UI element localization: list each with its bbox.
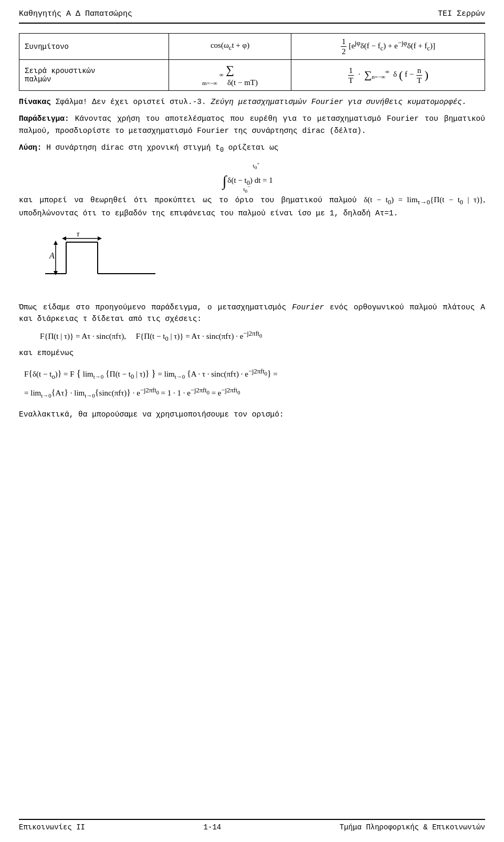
table-caption-bold: Πίνακας [19, 98, 51, 106]
pulse-diagram: τ A [40, 229, 176, 292]
table-formula-pulse-time: ∑ m=−∞ ∞ δ(t − mT) [169, 60, 291, 91]
header: Καθηγητής Α Δ Παπατσώρης ΤΕΙ Σερρών [19, 9, 485, 24]
svg-text:τ: τ [77, 230, 80, 238]
solution-text2-block: και μπορεί να θεωρηθεί ότι προκύπτει ως … [19, 194, 485, 220]
integral-display: t0+ ∫δ(t − t0) dt = 1 t0− [19, 161, 485, 190]
alternative-text-block: Εναλλακτικά, θα μπορούσαμε να χρησιμοποι… [19, 409, 485, 420]
table-label-cosine: Συνημίτονο [19, 34, 169, 60]
header-left: Καθηγητής Α Δ Παπατσώρης [19, 9, 132, 18]
svg-marker-2 [98, 236, 102, 241]
fourier-text-block: Όπως είδαμε στο προηγούμενο παράδειγμα, … [19, 302, 485, 325]
footer-left: Επικοινωνίες ΙΙ [19, 823, 85, 831]
pulse-svg: τ A [40, 229, 176, 297]
example-text: Κάνοντας χρήση του αποτελέσματος που ευρ… [19, 115, 485, 134]
svg-marker-12 [54, 241, 58, 245]
example-title: Παράδειγμα: [19, 115, 69, 123]
and-text: και επομένως [19, 349, 74, 357]
delta-limit-formula: δ(t − t0) = limτ→0{Π(t − t0 | τ)}, [364, 195, 485, 204]
fourier-table: Συνημίτονο cos(ωct + φ) 1 2 [ejφδ(f − fc… [19, 33, 485, 91]
table-formula-cosine-freq: 1 2 [ejφδ(f − fc) + e−jφδ(f + fc)] [291, 34, 485, 60]
example-block: Παράδειγμα: Κάνοντας χρήση του αποτελέσμ… [19, 113, 485, 137]
table-formula-cosine-time: cos(ωct + φ) [169, 34, 291, 60]
table-caption-text: Σφάλμα! Δεν έχει οριστεί στυλ.-3. [56, 98, 206, 106]
formula1: F{Π(t | τ)} = Aτ · sinc(πfτ), F{Π(t − t0… [40, 332, 262, 340]
delta-formula-line2: = limt→0{Aτ} · limt→0{sinc(πfτ)} · e−j2π… [24, 384, 485, 401]
formula-pair: F{Π(t | τ)} = Aτ · sinc(πfτ), F{Π(t − t0… [40, 330, 485, 343]
table-caption: Πίνακας Σφάλμα! Δεν έχει οριστεί στυλ.-3… [19, 96, 485, 108]
delta-formula-block: F{δ(t − to)} = F { limt→0 {Π(t − t0 | τ)… [24, 365, 485, 401]
solution-text1: Η συνάρτηση dirac στη χρονική στιγμή t0 … [46, 143, 278, 152]
table-caption-italic: Ζεύγη μετασχηματισμών Fourier για συνήθε… [211, 98, 466, 106]
table-row-cosine: Συνημίτονο cos(ωct + φ) 1 2 [ejφδ(f − fc… [19, 34, 485, 60]
fourier-text: Όπως είδαμε στο προηγούμενο παράδειγμα, … [19, 303, 485, 323]
table-formula-pulse-freq: 1 T · ∑n=−∞∞ δ ( f − n T ) [291, 60, 485, 91]
table-row-pulse-train: Σειρά κρουστικώνπαλμών ∑ m=−∞ ∞ δ(t − mT… [19, 60, 485, 91]
header-right: ΤΕΙ Σερρών [438, 9, 485, 18]
footer-center: 1-14 [204, 823, 222, 831]
delta-formula-line1: F{δ(t − to)} = F { limt→0 {Π(t − t0 | τ)… [24, 365, 485, 383]
table-label-pulse: Σειρά κρουστικώνπαλμών [19, 60, 169, 91]
integral-formula: t0+ ∫δ(t − t0) dt = 1 t0− [223, 164, 282, 184]
page: Καθηγητής Α Δ Παπατσώρης ΤΕΙ Σερρών Συνη… [0, 0, 504, 842]
and-text-block: και επομένως [19, 347, 485, 359]
footer-right: Τμήμα Πληροφορικής & Επικοινωνιών [340, 823, 485, 831]
footer: Επικοινωνίες ΙΙ 1-14 Τμήμα Πληροφορικής … [19, 819, 485, 831]
solution-block: Λύση: Η συνάρτηση dirac στη χρονική στιγ… [19, 142, 485, 155]
svg-marker-1 [62, 236, 66, 241]
solution-text2: και μπορεί να θεωρηθεί ότι προκύπτει ως … [19, 196, 357, 204]
solution-title: Λύση: [19, 143, 42, 152]
solution-text3: υποδηλώνοντας ότι το εμβαδόν της επιφάνε… [19, 209, 398, 217]
alternative-text: Εναλλακτικά, θα μπορούσαμε να χρησιμοποι… [19, 410, 284, 419]
svg-text:A: A [49, 251, 55, 260]
